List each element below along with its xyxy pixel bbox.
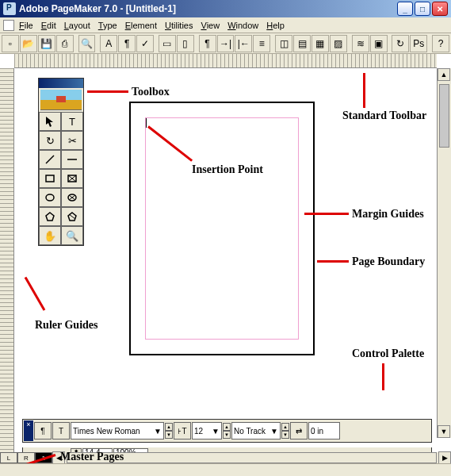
tb-indent-icon[interactable]: →| <box>217 35 235 52</box>
tb-find-icon[interactable]: 🔍 <box>78 35 96 52</box>
scroll-up-icon[interactable]: ▲ <box>438 68 450 81</box>
menu-view[interactable]: View <box>201 21 220 30</box>
track-down-icon[interactable]: ▼ <box>223 431 231 439</box>
master-page-l[interactable]: L <box>0 452 17 463</box>
tb-remove-icon[interactable]: ▨ <box>330 35 347 52</box>
menu-help[interactable]: Help <box>266 21 285 30</box>
scroll-thumb[interactable] <box>439 84 449 148</box>
label-standard-toolbar: Standard Toolbar <box>342 109 426 122</box>
tb-textwrap-icon[interactable]: ≋ <box>352 35 369 52</box>
track-up-icon[interactable]: ▲ <box>223 423 231 431</box>
character-mode-icon[interactable]: T <box>52 422 70 440</box>
tb-paragraph-icon[interactable]: ¶ <box>199 35 216 52</box>
tb-help-icon[interactable]: ? <box>432 35 449 52</box>
tracking-select[interactable]: No Track▼ <box>231 422 281 440</box>
label-master-pages: Master Pages <box>60 451 124 463</box>
control-palette[interactable]: × ¶ T Times New Roman▼ ▲▼ ꜔T 12▼ ▲▼ No T… <box>22 419 432 443</box>
tb-frame-icon[interactable]: ◫ <box>275 35 292 52</box>
constrained-line-tool-icon[interactable] <box>61 150 83 169</box>
label-margin-guides: Margin Guides <box>352 208 424 221</box>
minimize-button[interactable]: _ <box>397 2 413 16</box>
status-bar <box>0 463 451 476</box>
close-button[interactable]: ✕ <box>432 2 448 16</box>
rectangle-frame-tool-icon[interactable] <box>61 169 83 188</box>
text-tool-icon[interactable]: T <box>61 112 83 131</box>
document-icon[interactable] <box>3 20 14 31</box>
rotate-tool-icon[interactable]: ↻ <box>39 131 61 150</box>
polygon-tool-icon[interactable] <box>39 207 61 226</box>
ellipse-frame-tool-icon[interactable] <box>61 188 83 207</box>
standard-toolbar: ▫ 📂 💾 ⎙ 🔍 A ¶ ✓ ▭ ▯ ¶ →| |← ≡ ◫ ▤ ▦ ▨ ≋ … <box>0 33 451 54</box>
title-text: Adobe PageMaker 7.0 - [Untitled-1] <box>19 3 397 14</box>
menu-type[interactable]: Type <box>98 21 117 30</box>
menu-file[interactable]: File <box>19 21 33 30</box>
insertion-point <box>146 118 147 128</box>
tb-new-icon[interactable]: ▫ <box>2 35 19 52</box>
baseline-up-icon[interactable]: ▲ <box>281 423 289 431</box>
margin-guides <box>145 117 299 340</box>
palette-close-icon[interactable]: × <box>24 420 33 441</box>
tb-pages-icon[interactable]: ▤ <box>293 35 311 52</box>
crop-tool-icon[interactable]: ✂ <box>61 131 83 150</box>
size-label-icon: ꜔T <box>174 422 191 440</box>
ellipse-tool-icon[interactable] <box>39 188 61 207</box>
tb-photoshop-icon[interactable]: Ps <box>410 35 427 52</box>
baseline-input[interactable]: 0 in <box>308 422 340 440</box>
tb-para-icon[interactable]: ¶ <box>118 35 136 52</box>
hand-tool-icon[interactable]: ✋ <box>39 226 61 245</box>
toolbox-preview <box>40 90 82 110</box>
tb-print-icon[interactable]: ⎙ <box>56 35 74 52</box>
maximize-button[interactable]: □ <box>415 2 430 16</box>
label-control-palette: Control Palette <box>352 347 424 360</box>
tb-outdent-icon[interactable]: |← <box>235 35 252 52</box>
svg-marker-10 <box>46 213 54 221</box>
svg-line-0 <box>46 155 54 163</box>
zoom-tool-icon[interactable]: 🔍 <box>61 226 83 245</box>
tb-insert-icon[interactable]: ▦ <box>311 35 329 52</box>
tb-update-icon[interactable]: ↻ <box>392 35 409 52</box>
hscroll-right-icon[interactable]: ▶ <box>438 451 451 464</box>
label-toolbox: Toolbox <box>132 86 170 98</box>
menu-layout[interactable]: Layout <box>64 21 90 30</box>
label-insertion-point: Insertion Point <box>192 163 263 176</box>
rectangle-tool-icon[interactable] <box>39 169 61 188</box>
menu-element[interactable]: Element <box>125 21 157 30</box>
tb-increase-icon[interactable]: ▯ <box>177 35 194 52</box>
vertical-scrollbar[interactable]: ▲ ▼ <box>437 68 451 438</box>
size-down-icon[interactable]: ▼ <box>165 431 173 439</box>
tb-picture-icon[interactable]: ▣ <box>370 35 388 52</box>
toolbox-titlebar[interactable] <box>39 79 83 88</box>
svg-rect-2 <box>46 175 54 182</box>
ruler-vertical[interactable] <box>0 68 14 476</box>
label-page-boundary: Page Boundary <box>352 255 425 268</box>
svg-point-6 <box>46 194 54 201</box>
app-icon <box>3 2 16 15</box>
size-up-icon[interactable]: ▲ <box>165 423 173 431</box>
tb-save-icon[interactable]: 💾 <box>38 35 55 52</box>
polygon-frame-tool-icon[interactable] <box>61 207 83 226</box>
tb-char-icon[interactable]: A <box>100 35 117 52</box>
menubar: File Edit Layout Type Element Utilities … <box>0 17 451 33</box>
menu-edit[interactable]: Edit <box>41 21 56 30</box>
tb-spell-icon[interactable]: ✓ <box>136 35 154 52</box>
toolbox-palette[interactable]: T ↻ ✂ ✋ 🔍 <box>38 78 84 246</box>
canvas[interactable]: T ↻ ✂ ✋ 🔍 Toolbox Standard Toolba <box>14 68 437 438</box>
page-boundary[interactable] <box>129 102 315 355</box>
tb-open-icon[interactable]: 📂 <box>20 35 37 52</box>
paragraph-mode-icon[interactable]: ¶ <box>34 422 52 440</box>
line-tool-icon[interactable] <box>39 150 61 169</box>
baseline-down-icon[interactable]: ▼ <box>281 431 289 439</box>
font-size-input[interactable]: 12▼ <box>192 422 222 440</box>
titlebar: Adobe PageMaker 7.0 - [Untitled-1] _ □ ✕ <box>0 0 451 17</box>
ruler-horizontal[interactable] <box>14 54 437 68</box>
menu-utilities[interactable]: Utilities <box>165 21 193 30</box>
pointer-tool-icon[interactable] <box>39 112 61 131</box>
font-select[interactable]: Times New Roman▼ <box>71 422 164 440</box>
menu-window[interactable]: Window <box>227 21 258 30</box>
label-ruler-guides: Ruler Guides <box>35 319 97 332</box>
tb-bullets-icon[interactable]: ≡ <box>253 35 270 52</box>
kern-icon[interactable]: ⇄ <box>290 422 308 440</box>
scroll-down-icon[interactable]: ▼ <box>438 425 450 438</box>
tb-fill-icon[interactable]: ▭ <box>159 35 176 52</box>
